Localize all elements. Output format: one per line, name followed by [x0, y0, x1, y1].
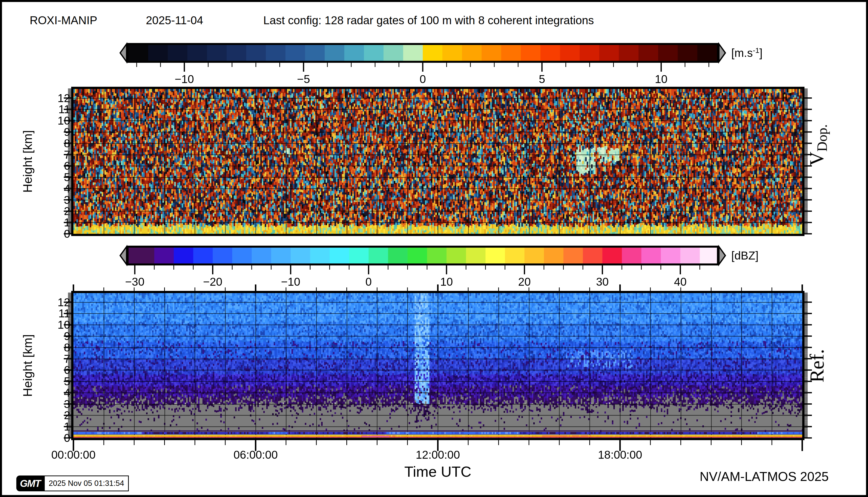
y-axis-title-doppler: Height [km] — [20, 130, 35, 193]
doppler-colorbar-canvas — [109, 34, 742, 76]
doppler-colorbar-unit: [m.s-1] — [731, 46, 762, 59]
config-label: Last config: 128 radar gates of 100 m wi… — [263, 14, 594, 27]
x-tick-label: 06:00:00 — [233, 449, 278, 460]
reflectivity-panel-canvas — [54, 284, 823, 457]
y-tick-label-reflectivity: 10 — [58, 319, 70, 330]
y-tick-label-doppler: 10 — [58, 115, 70, 126]
y-tick-label-doppler: 8 — [64, 138, 70, 149]
doppler-right-label-sub: Dop. — [815, 124, 830, 152]
y-tick-label-reflectivity: 0 — [64, 432, 70, 444]
y-tick-label-reflectivity: 12 — [58, 297, 70, 308]
y-tick-label-reflectivity: 1 — [64, 421, 70, 432]
y-tick-label-doppler: 5 — [64, 171, 70, 183]
doppler-colorbar-tick-label: −10 — [175, 73, 194, 85]
y-tick-label-reflectivity: 8 — [64, 342, 70, 353]
doppler-unit-exponent: -1 — [753, 46, 759, 54]
doppler-colorbar-tick-label: 0 — [420, 73, 426, 85]
y-tick-label-doppler: 6 — [64, 160, 70, 171]
y-tick-label-doppler: 0 — [64, 228, 70, 240]
y-tick-label-doppler: 9 — [64, 126, 70, 138]
y-tick-label-reflectivity: 2 — [64, 410, 70, 421]
doppler-panel-canvas — [54, 82, 823, 245]
doppler-right-label: VDop. — [806, 124, 830, 166]
reflectivity-colorbar-tick-label: 40 — [674, 276, 687, 287]
gmt-stamp: GMT 2025 Nov 05 01:31:54 — [16, 475, 129, 491]
radar-quicklook-figure: ROXI-MANIP 2025-11-04 Last config: 128 r… — [0, 0, 868, 497]
reflectivity-colorbar-tick-label: 10 — [440, 276, 453, 287]
station-name: ROXI-MANIP — [30, 14, 97, 27]
y-tick-label-doppler: 3 — [64, 194, 70, 205]
y-tick-label-reflectivity: 7 — [64, 353, 70, 365]
doppler-unit-open: [m.s — [731, 46, 753, 59]
reflectivity-colorbar-tick-label: −10 — [281, 276, 300, 287]
reflectivity-colorbar-tick-label: 30 — [596, 276, 609, 287]
gmt-timestamp: 2025 Nov 05 01:31:54 — [44, 475, 129, 491]
y-tick-label-reflectivity: 3 — [64, 398, 70, 410]
y-axis-title-reflectivity: Height [km] — [20, 335, 35, 397]
y-tick-label-reflectivity: 4 — [64, 387, 70, 398]
y-tick-label-reflectivity: 11 — [58, 308, 70, 319]
y-tick-label-reflectivity: 9 — [64, 330, 70, 342]
reflectivity-colorbar-tick-label: 0 — [365, 276, 372, 287]
y-tick-label-doppler: 2 — [64, 205, 70, 217]
x-axis-title: Time UTC — [404, 463, 471, 480]
reflectivity-colorbar-tick-label: −20 — [203, 276, 222, 287]
reflectivity-right-label: Ref. — [806, 349, 828, 383]
doppler-unit-close: ] — [759, 46, 763, 59]
x-tick-label: 18:00:00 — [598, 449, 642, 460]
y-tick-label-reflectivity: 5 — [64, 376, 70, 387]
y-tick-label-reflectivity: 6 — [64, 364, 70, 376]
x-tick-label: 12:00:00 — [416, 449, 460, 460]
doppler-colorbar-tick-label: 5 — [539, 73, 545, 85]
y-tick-label-doppler: 11 — [58, 103, 70, 115]
y-tick-label-doppler: 1 — [64, 217, 70, 228]
y-tick-label-doppler: 12 — [58, 93, 70, 104]
doppler-colorbar-tick-label: −5 — [297, 73, 310, 85]
credit: NV/AM-LATMOS 2025 — [700, 469, 829, 484]
reflectivity-colorbar-tick-label: 20 — [518, 276, 531, 287]
reflectivity-colorbar-unit: [dBZ] — [731, 249, 758, 262]
y-tick-label-doppler: 4 — [64, 183, 70, 194]
x-tick-label: 00:00:00 — [51, 449, 95, 460]
y-tick-label-doppler: 7 — [64, 149, 70, 160]
doppler-right-label-main: V — [806, 152, 828, 166]
reflectivity-colorbar-tick-label: −30 — [125, 276, 144, 287]
date-label: 2025-11-04 — [146, 14, 203, 27]
doppler-colorbar-tick-label: 10 — [655, 73, 668, 85]
gmt-logo: GMT — [16, 475, 44, 491]
